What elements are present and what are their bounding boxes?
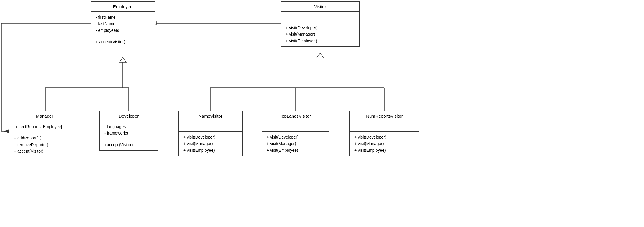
manager-class-name: Manager [9,111,80,121]
nrv-method-visit-manager: + visit(Manager) [354,140,415,147]
visitor-class: Visitor + visit(Developer) + visit(Manag… [281,1,360,47]
svg-marker-6 [119,57,126,62]
manager-methods: + addReport(..) + removeReport(..) + acc… [9,132,80,157]
method-add-report: + addReport(..) [14,135,75,141]
attr-languages: - languages [104,123,153,130]
tlv-method-visit-developer: + visit(Developer) [267,134,324,140]
manager-attributes: - directReports: Employee[] [9,121,80,132]
method-visit-manager: + visit(Manager) [286,31,355,37]
svg-marker-12 [317,53,324,58]
name-visitor-class-name: NameVisitor [179,111,242,121]
top-langs-visitor-attributes [262,121,329,132]
employee-attributes: - firstName - lastName - employeeId [91,12,155,36]
developer-class-name: Developer [100,111,158,121]
num-reports-visitor-class: NumReportsVisitor + visit(Developer) + v… [349,111,419,156]
nrv-method-visit-employee: + visit(Employee) [354,147,415,153]
top-langs-visitor-class: TopLangsVisitor + visit(Developer) + vis… [262,111,329,156]
method-accept-visitor-dev: +accept(Visitor) [104,142,153,148]
developer-methods: +accept(Visitor) [100,139,158,150]
method-accept-visitor: + accept(Visitor) [96,39,150,45]
nv-method-visit-manager: + visit(Manager) [183,140,238,147]
attr-lastname: - lastName [96,20,150,27]
manager-class: Manager - directReports: Employee[] + ad… [9,111,80,157]
visitor-attributes [281,12,359,22]
uml-diagram: Employee - firstName - lastName - employ… [0,0,644,227]
attr-direct-reports: - directReports: Employee[] [14,123,75,130]
method-remove-report: + removeReport(..) [14,142,75,148]
attr-employeeid: - employeeId [96,27,150,34]
top-langs-visitor-methods: + visit(Developer) + visit(Manager) + vi… [262,132,329,156]
num-reports-visitor-attributes [350,121,419,132]
nv-method-visit-employee: + visit(Employee) [183,147,238,153]
tlv-method-visit-employee: + visit(Employee) [267,147,324,153]
num-reports-visitor-class-name: NumReportsVisitor [350,111,419,121]
name-visitor-class: NameVisitor + visit(Developer) + visit(M… [178,111,243,156]
method-visit-developer: + visit(Developer) [286,25,355,31]
employee-class: Employee - firstName - lastName - employ… [91,1,155,48]
tlv-method-visit-manager: + visit(Manager) [267,140,324,147]
name-visitor-attributes [179,121,242,132]
method-visit-employee: + visit(Employee) [286,38,355,44]
nv-method-visit-developer: + visit(Developer) [183,134,238,140]
attr-firstname: - firstName [96,14,150,20]
visitor-methods: + visit(Developer) + visit(Manager) + vi… [281,22,359,46]
attr-frameworks: - frameworks [104,130,153,136]
employee-class-name: Employee [91,2,155,12]
developer-attributes: - languages - frameworks [100,121,158,139]
num-reports-visitor-methods: + visit(Developer) + visit(Manager) + vi… [350,132,419,156]
nrv-method-visit-developer: + visit(Developer) [354,134,415,140]
developer-class: Developer - languages - frameworks +acce… [99,111,158,151]
name-visitor-methods: + visit(Developer) + visit(Manager) + vi… [179,132,242,156]
method-accept: + accept(Visitor) [14,148,75,154]
employee-methods: + accept(Visitor) [91,36,155,47]
top-langs-visitor-class-name: TopLangsVisitor [262,111,329,121]
visitor-class-name: Visitor [281,2,359,12]
